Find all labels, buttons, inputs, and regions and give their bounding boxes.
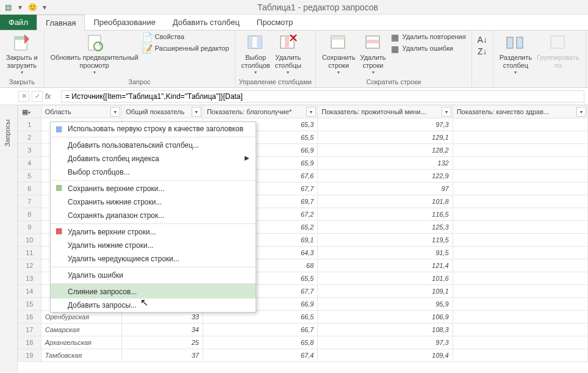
sort-asc-button[interactable]: A↓ bbox=[476, 34, 489, 45]
column-filter-button[interactable]: ▾ bbox=[442, 107, 451, 117]
cell-value[interactable]: 109,1 bbox=[318, 285, 453, 298]
cell-value[interactable]: 129,1 bbox=[318, 131, 453, 144]
queries-pane-collapsed[interactable]: Запросы bbox=[0, 105, 18, 372]
cell-value[interactable] bbox=[453, 247, 587, 259]
row-number[interactable]: 11 bbox=[18, 247, 41, 259]
remove-rows-button[interactable]: Удалить строки ▾ bbox=[358, 32, 389, 77]
column-filter-button[interactable]: ▾ bbox=[110, 107, 120, 117]
formula-cancel[interactable]: ✕ bbox=[18, 91, 29, 102]
column-filter-button[interactable]: ▾ bbox=[576, 107, 586, 117]
row-number[interactable]: 16 bbox=[18, 311, 41, 324]
cell-value[interactable]: 128,2 bbox=[318, 144, 453, 157]
menu-remove-bottom-rows[interactable]: Удалить нижние строки... bbox=[51, 239, 256, 252]
cell-value[interactable]: 34 bbox=[122, 324, 203, 336]
split-column-button[interactable]: Разделить столбец ▾ bbox=[497, 32, 534, 77]
refresh-preview-button[interactable]: Обновить предварительный просмотр ▾ bbox=[48, 32, 141, 77]
advanced-editor-button[interactable]: 📝 Расширенный редактор bbox=[141, 43, 231, 54]
remove-columns-button[interactable]: Удалить столбцы ▾ bbox=[273, 32, 304, 77]
menu-remove-errors[interactable]: Удалить ошибки bbox=[51, 267, 256, 282]
qat-dropdown-2[interactable]: ▾ bbox=[39, 2, 50, 13]
cell-value[interactable] bbox=[453, 144, 587, 157]
menu-remove-alt-rows[interactable]: Удалить чередующиеся строки... bbox=[51, 252, 256, 266]
column-header[interactable]: Показатель: прожиточный мини...▾ bbox=[318, 106, 453, 118]
menu-remove-top-rows[interactable]: ▦Удалить верхние строки... bbox=[51, 223, 256, 239]
column-header[interactable]: Показатель: качество здрав...▾ bbox=[453, 106, 587, 118]
row-number[interactable]: 17 bbox=[18, 324, 41, 336]
table-row[interactable]: 19Тамбовская3767,4109,4 bbox=[18, 349, 588, 362]
row-number[interactable]: 15 bbox=[18, 298, 41, 311]
cell-value[interactable] bbox=[453, 324, 587, 336]
row-number[interactable]: 7 bbox=[18, 195, 41, 208]
column-header[interactable]: Общий показатель▾ bbox=[122, 106, 203, 118]
cell-value[interactable]: 106,9 bbox=[318, 311, 453, 324]
cell-value[interactable] bbox=[453, 170, 587, 183]
cell-value[interactable] bbox=[453, 272, 587, 285]
tab-add-column[interactable]: Добавить столбец bbox=[164, 15, 248, 30]
table-row[interactable]: 17Самарская3466,7108,3 bbox=[18, 324, 588, 336]
cell-value[interactable]: 101,8 bbox=[318, 195, 453, 208]
cell-value[interactable] bbox=[453, 221, 587, 234]
cell-value[interactable] bbox=[453, 285, 587, 298]
row-number[interactable]: 19 bbox=[18, 349, 41, 362]
column-filter-button[interactable]: ▾ bbox=[192, 107, 201, 117]
cell-area[interactable]: Тамбовская bbox=[41, 349, 122, 362]
menu-keep-range-rows[interactable]: Сохранять диапазон строк... bbox=[51, 209, 256, 222]
cell-value[interactable] bbox=[453, 118, 587, 131]
cell-value[interactable]: 67,4 bbox=[203, 349, 318, 362]
row-number[interactable]: 6 bbox=[18, 183, 41, 195]
cell-value[interactable]: 65,8 bbox=[203, 336, 318, 349]
row-number[interactable]: 14 bbox=[18, 285, 41, 298]
menu-keep-top-rows[interactable]: ▦Сохранить верхние строки... bbox=[51, 180, 256, 195]
smiley-feedback-icon[interactable]: 🙂 bbox=[27, 2, 38, 13]
cell-value[interactable] bbox=[453, 183, 587, 195]
choose-columns-button[interactable]: Выбор столбцов ▾ bbox=[239, 32, 273, 77]
menu-use-first-row-headers[interactable]: ▦Использовать первую строку в качестве з… bbox=[51, 122, 256, 136]
row-number[interactable]: 10 bbox=[18, 234, 41, 247]
cell-value[interactable] bbox=[453, 349, 587, 362]
column-filter-button[interactable]: ▾ bbox=[306, 107, 316, 117]
menu-keep-bottom-rows[interactable]: Сохранить нижние строки... bbox=[51, 195, 256, 209]
row-number[interactable]: 3 bbox=[18, 144, 41, 157]
row-number[interactable]: 13 bbox=[18, 272, 41, 285]
row-number[interactable]: 1 bbox=[18, 118, 41, 131]
menu-choose-columns[interactable]: Выбор столбцов... bbox=[51, 165, 256, 179]
row-number[interactable]: 5 bbox=[18, 170, 41, 183]
tab-home[interactable]: Главная bbox=[37, 15, 85, 31]
menu-add-index-column[interactable]: Добавить столбец индекса▶ bbox=[51, 152, 256, 165]
close-load-dropdown[interactable]: ▾ bbox=[21, 70, 23, 76]
cell-value[interactable] bbox=[453, 298, 587, 311]
tab-view[interactable]: Просмотр bbox=[248, 15, 301, 30]
cell-value[interactable]: 66,7 bbox=[203, 324, 318, 336]
close-and-load-button[interactable]: Закрыть и загрузить ▾ bbox=[4, 32, 40, 77]
cell-value[interactable]: 95,9 bbox=[318, 298, 453, 311]
cell-value[interactable] bbox=[453, 131, 587, 144]
cell-value[interactable] bbox=[453, 234, 587, 247]
cell-value[interactable]: 91,5 bbox=[318, 247, 453, 259]
remove-duplicates-button[interactable]: ▦ Удалить повторения bbox=[389, 32, 468, 43]
row-number[interactable]: 18 bbox=[18, 336, 41, 349]
cell-value[interactable] bbox=[453, 195, 587, 208]
cell-value[interactable]: 97 bbox=[318, 183, 453, 195]
cell-value[interactable]: 116,5 bbox=[318, 208, 453, 221]
formula-accept[interactable]: ✓ bbox=[32, 91, 43, 102]
cell-area[interactable]: Архангельская bbox=[41, 336, 122, 349]
tab-transform[interactable]: Преобразование bbox=[85, 15, 164, 30]
cell-area[interactable]: Самарская bbox=[41, 324, 122, 336]
cell-value[interactable]: 122,9 bbox=[318, 170, 453, 183]
cell-value[interactable]: 119,5 bbox=[318, 234, 453, 247]
keep-rows-button[interactable]: Сохранить строки ▾ bbox=[320, 32, 358, 77]
properties-button[interactable]: 📄 Свойства bbox=[141, 32, 231, 43]
row-number[interactable]: 9 bbox=[18, 221, 41, 234]
cell-value[interactable]: 132 bbox=[318, 157, 453, 170]
cell-value[interactable]: 97,3 bbox=[318, 336, 453, 349]
group-by-button[interactable]: Группировать по bbox=[534, 32, 582, 71]
menu-append-queries[interactable]: Добавить запросы... bbox=[51, 299, 256, 312]
menu-add-custom-column[interactable]: Добавить пользовательский столбец... bbox=[51, 137, 256, 152]
row-number[interactable]: 8 bbox=[18, 208, 41, 221]
menu-merge-queries[interactable]: Слияние запросов... bbox=[51, 283, 256, 299]
column-header[interactable]: Область▾ bbox=[41, 106, 122, 118]
table-corner-button[interactable]: ▦▾ bbox=[18, 106, 41, 118]
row-number[interactable]: 4 bbox=[18, 157, 41, 170]
cell-value[interactable]: 101,6 bbox=[318, 272, 453, 285]
cell-value[interactable]: 109,4 bbox=[318, 349, 453, 362]
